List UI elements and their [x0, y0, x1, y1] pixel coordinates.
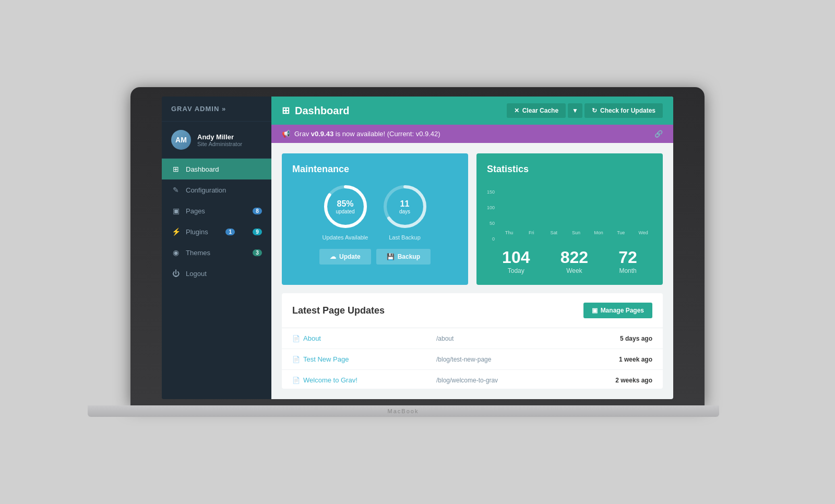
sidebar-item-logout[interactable]: ⏻ Logout [162, 263, 271, 284]
y-label-150: 150 [487, 189, 495, 195]
label-wed: Wed [638, 230, 648, 235]
topbar-actions: ✕ Clear Cache ▼ ↻ Check for Updates [507, 103, 663, 118]
pages-badge: 8 [253, 208, 262, 214]
backup-label: Last Backup [389, 234, 421, 241]
manage-pages-icon: ▣ [592, 307, 598, 314]
update-icon: ☁ [330, 253, 336, 260]
content-area: Maintenance [271, 143, 673, 399]
stat-today: 104 Today [502, 248, 530, 274]
page-path: /blog/welcome-to-grav [436, 377, 580, 384]
page-time: 5 days ago [580, 335, 652, 342]
list-item[interactable]: 📄 Test New Page /blog/test-new-page 1 we… [282, 349, 663, 370]
brand-label: GRAV ADMIN » [171, 105, 226, 113]
notification-bar: 📢 Grav v0.9.43 is now available! (Curren… [271, 125, 673, 143]
stat-chart: Thu Fri Sat [500, 183, 652, 235]
page-name: About [303, 334, 321, 342]
update-button[interactable]: ☁ Update [319, 249, 371, 265]
updates-value: 85% [336, 199, 354, 209]
sidebar-item-label: Configuration [186, 186, 226, 194]
card-updates-header: Latest Page Updates ▣ Manage Pages [282, 293, 663, 328]
sidebar-item-pages[interactable]: ▣ Pages 8 [162, 200, 271, 221]
user-info: Andy Miller Site Administrator [197, 133, 242, 147]
clear-cache-button[interactable]: ✕ Clear Cache [507, 103, 566, 118]
main-content: ⊞ Dashboard ✕ Clear Cache ▼ ↻ Check for … [271, 97, 673, 399]
stat-today-value: 104 [502, 248, 530, 267]
user-section: AM Andy Miller Site Administrator [162, 122, 271, 159]
list-item[interactable]: 📄 About /about 5 days ago [282, 328, 663, 349]
updates-circle-text: 85% updated [336, 199, 354, 214]
user-role: Site Administrator [197, 141, 242, 147]
stat-month: 72 Month [618, 248, 637, 274]
page-path: /about [436, 335, 580, 342]
stat-week-label: Week [560, 267, 588, 274]
laptop-base: MacBook [88, 405, 719, 417]
stat-week-value: 822 [560, 248, 588, 267]
page-name: Test New Page [303, 355, 349, 363]
backup-icon: 💾 [387, 253, 395, 260]
laptop-wrapper: GRAV ADMIN » AM Andy Miller Site Adminis… [130, 87, 705, 417]
check-updates-label: Check for Updates [600, 107, 655, 114]
sidebar-item-configuration[interactable]: ✎ Configuration [162, 179, 271, 200]
updates-label: Updates Available [323, 234, 368, 241]
updates-circle: 85% updated [322, 183, 369, 230]
maintenance-buttons: ☁ Update 💾 Backup [292, 249, 458, 265]
page-name-welcome: 📄 Welcome to Grav! [292, 376, 436, 384]
page-path: /blog/test-new-page [436, 356, 580, 363]
themes-badge: 3 [253, 249, 262, 256]
check-updates-button[interactable]: ↻ Check for Updates [584, 103, 663, 118]
sidebar-item-plugins[interactable]: ⚡ Plugins 1 9 [162, 221, 271, 242]
pages-icon: ▣ [171, 207, 181, 215]
macbook-label: MacBook [388, 408, 419, 414]
y-label-0: 0 [492, 236, 495, 242]
plugins-icon: ⚡ [171, 227, 181, 236]
plugins-badge: 1 [225, 229, 235, 235]
dashboard-icon: ⊞ [171, 165, 181, 173]
topbar: ⊞ Dashboard ✕ Clear Cache ▼ ↻ Check for … [271, 97, 673, 125]
maintenance-card: Maintenance [282, 153, 468, 285]
sidebar-item-label: Pages [186, 207, 205, 215]
page-list: 📄 About /about 5 days ago 📄 Test New Pag… [282, 328, 663, 389]
screen: GRAV ADMIN » AM Andy Miller Site Adminis… [162, 97, 673, 399]
list-item[interactable]: 📄 Welcome to Grav! /blog/welcome-to-grav… [282, 370, 663, 389]
sidebar-item-dashboard[interactable]: ⊞ Dashboard [162, 159, 271, 179]
dropdown-button[interactable]: ▼ [568, 103, 582, 118]
stat-month-value: 72 [618, 248, 637, 267]
backup-circle-widget: 11 days Last Backup [381, 183, 428, 241]
backup-circle-text: 11 days [399, 199, 410, 214]
statistics-title: Statistics [487, 164, 652, 175]
label-mon: Mon [594, 230, 603, 235]
backup-label: Backup [398, 253, 420, 260]
label-sun: Sun [572, 230, 580, 235]
page-time: 2 weeks ago [580, 377, 652, 384]
chart-bar-thu: Thu [500, 228, 518, 235]
notification-link-icon[interactable]: 🔗 [654, 130, 663, 138]
chart-bar-wed: Wed [634, 228, 652, 235]
chart-bar-mon: Mon [589, 228, 607, 235]
manage-pages-button[interactable]: ▣ Manage Pages [583, 303, 652, 318]
sidebar-item-label: Themes [186, 249, 210, 257]
page-file-icon: 📄 [292, 377, 300, 384]
sidebar-item-themes[interactable]: ◉ Themes 3 [162, 242, 271, 263]
backup-circle: 11 days [381, 183, 428, 230]
page-time: 1 week ago [580, 356, 652, 363]
chart-bar-fri: Fri [522, 228, 541, 235]
megaphone-icon: 📢 [282, 130, 290, 138]
logout-icon: ⏻ [171, 269, 181, 278]
topbar-icon: ⊞ [282, 105, 290, 116]
latest-pages-title: Latest Page Updates [292, 305, 385, 316]
label-tue: Tue [617, 230, 625, 235]
page-name: Welcome to Grav! [303, 376, 357, 384]
stat-month-label: Month [618, 267, 637, 274]
backup-button[interactable]: 💾 Backup [376, 249, 431, 265]
notification-message: Grav v0.9.43 is now available! (Current:… [294, 130, 440, 138]
manage-pages-label: Manage Pages [601, 307, 644, 314]
chart-bar-sun: Sun [567, 228, 586, 235]
clear-cache-label: Clear Cache [522, 107, 558, 114]
chart-bar-sat: Sat [545, 228, 563, 235]
latest-pages-card: Latest Page Updates ▣ Manage Pages 📄 Abo… [282, 293, 663, 389]
page-title: Dashboard [295, 105, 349, 117]
label-fri: Fri [529, 230, 534, 235]
sidebar-brand[interactable]: GRAV ADMIN » [162, 97, 271, 122]
notification-text: 📢 Grav v0.9.43 is now available! (Curren… [282, 130, 440, 138]
refresh-icon: ↻ [592, 107, 597, 114]
